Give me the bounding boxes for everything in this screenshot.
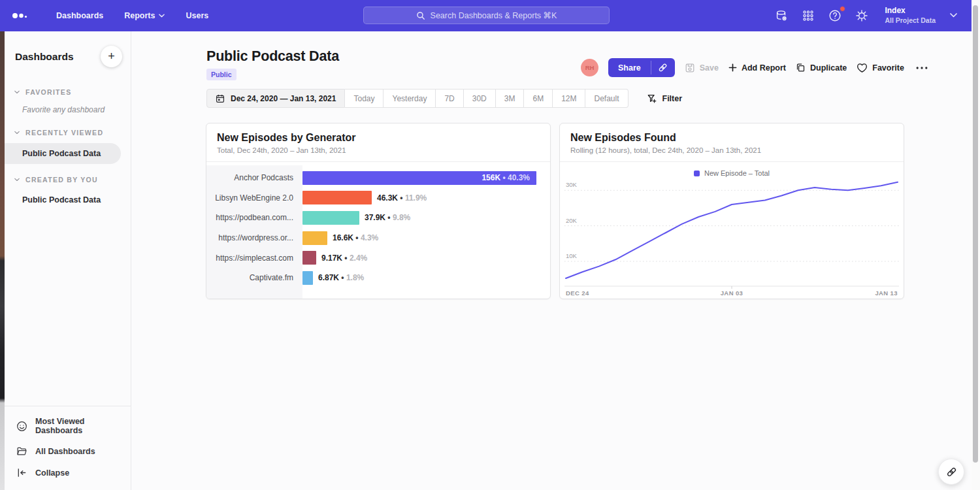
legend-label: New Episode – Total <box>704 169 770 177</box>
preset-12m[interactable]: 12M <box>553 89 585 108</box>
bar-row-captivate-fm: Captivate.fm6.87K • 1.8% <box>206 268 550 288</box>
sidebar-footer-all-dashboards[interactable]: All Dashboards <box>5 440 131 462</box>
legend-item[interactable]: New Episode – Total <box>560 169 904 177</box>
chevron-down-icon <box>14 178 20 182</box>
add-dashboard-button[interactable]: + <box>101 46 122 67</box>
public-badge: Public <box>206 69 237 80</box>
bar-value-label: 9.17K • 2.4% <box>321 253 367 263</box>
bar-segment[interactable] <box>302 191 372 204</box>
filter-funnel-icon <box>647 93 657 104</box>
date-range-label: Dec 24, 2020 — Jan 13, 2021 <box>231 94 336 103</box>
svg-text:30K: 30K <box>566 181 578 188</box>
project-name: Index <box>885 6 936 16</box>
preset-7d[interactable]: 7D <box>436 89 463 108</box>
bar-category-label: Anchor Podcasts <box>206 173 302 182</box>
bar-category-label: https://wordpress.or... <box>206 233 302 242</box>
save-button[interactable]: Save <box>685 63 719 73</box>
bar-row-https-wordpress-or: https://wordpress.or...16.6K • 4.3% <box>206 228 550 248</box>
bar-chart-card: New Episodes by Generator Total, Dec 24t… <box>206 123 551 299</box>
page-title: Public Podcast Data <box>206 48 339 65</box>
apps-grid-icon[interactable] <box>800 8 816 24</box>
bar-segment[interactable] <box>302 211 359 225</box>
chevron-down-icon <box>950 13 957 18</box>
data-source-icon[interactable] <box>774 8 789 24</box>
nav-item-users[interactable]: Users <box>175 0 219 31</box>
preset-today[interactable]: Today <box>345 89 384 108</box>
bar-value-label: 16.6K • 4.3% <box>333 233 378 242</box>
help-icon[interactable] <box>827 8 843 24</box>
bar-chart-rows: Anchor Podcasts156K • 40.3%Libsyn WebEng… <box>206 168 550 288</box>
line-chart-title: New Episodes Found <box>570 132 893 144</box>
floating-link-button[interactable] <box>938 459 964 485</box>
bar-segment[interactable]: 156K • 40.3% <box>302 171 536 185</box>
legend-swatch <box>694 171 700 176</box>
filter-button[interactable]: Filter <box>647 93 683 104</box>
favorite-button[interactable]: Favorite <box>857 63 904 73</box>
more-options-button[interactable] <box>914 64 930 72</box>
dashboards-sidebar: Dashboards + FAVORITESFavorite any dashb… <box>5 31 131 490</box>
nav-menu: DashboardsReportsUsers <box>46 0 219 31</box>
calendar-icon <box>216 94 225 103</box>
bar-row-anchor-podcasts: Anchor Podcasts156K • 40.3% <box>206 168 550 188</box>
sidebar-footer-most-viewed-dashboards[interactable]: Most Viewed Dashboards <box>5 412 131 440</box>
bar-chart-subtitle: Total, Dec 24th, 2020 – Jan 13th, 2021 <box>217 146 540 154</box>
add-report-button[interactable]: Add Report <box>728 63 786 73</box>
bar-segment[interactable] <box>302 271 313 285</box>
svg-text:JAN 13: JAN 13 <box>875 289 898 297</box>
bar-segment[interactable] <box>302 251 316 265</box>
link-icon <box>658 63 668 73</box>
scrollbar-thumb[interactable] <box>973 5 978 463</box>
preset-6m[interactable]: 6M <box>524 89 553 108</box>
bar-value-label: 6.87K • 1.8% <box>318 273 364 282</box>
line-chart-plot[interactable]: 10K20K30KDEC 24JAN 03JAN 13 <box>564 180 899 300</box>
search-icon <box>416 11 425 20</box>
preset-default[interactable]: Default <box>585 89 628 108</box>
sidebar-empty-state: Favorite any dashboard <box>5 101 131 122</box>
share-button-group: Share <box>608 58 675 77</box>
search-input[interactable]: Search Dashboards & Reports ⌘K <box>363 7 610 24</box>
top-navbar: DashboardsReportsUsers Search Dashboards… <box>0 0 972 31</box>
nav-item-reports[interactable]: Reports <box>114 0 175 31</box>
more-dots-icon <box>915 65 928 71</box>
bar-chart-title: New Episodes by Generator <box>217 132 540 144</box>
bar-category-label: Captivate.fm <box>206 273 302 282</box>
sidebar-title: Dashboards <box>15 51 74 63</box>
svg-text:DEC 24: DEC 24 <box>566 289 589 297</box>
app-logo-icon[interactable] <box>12 10 29 21</box>
share-button[interactable]: Share <box>608 58 651 77</box>
project-subtitle: All Project Data <box>885 16 936 25</box>
bar-value-label: 37.9K • 9.8% <box>365 213 410 222</box>
bar-value-label: 46.3K • 11.9% <box>377 193 427 203</box>
sidebar-item-public-podcast-data[interactable]: Public Podcast Data <box>5 190 131 210</box>
date-range-button[interactable]: Dec 24, 2020 — Jan 13, 2021 <box>206 89 345 108</box>
bar-segment[interactable] <box>302 231 327 245</box>
settings-gear-icon[interactable] <box>854 8 870 24</box>
sidebar-sections: FAVORITESFavorite any dashboardRECENTLY … <box>5 82 131 210</box>
header-actions: RH Share Save Add Report Duplicate Favor… <box>581 58 930 77</box>
sidebar-footer-collapse[interactable]: Collapse <box>5 462 131 483</box>
bar-row-https-simplecast-com: https://simplecast.com9.17K • 2.4% <box>206 248 550 268</box>
nav-item-dashboards[interactable]: Dashboards <box>46 0 114 31</box>
line-chart-subtitle: Rolling (12 hours), total, Dec 24th, 202… <box>570 146 893 154</box>
preset-3m[interactable]: 3M <box>496 89 525 108</box>
avatar[interactable]: RH <box>581 59 598 76</box>
heart-icon <box>857 63 868 73</box>
project-switcher[interactable]: Index All Project Data <box>885 6 957 25</box>
preset-yesterday[interactable]: Yesterday <box>384 89 436 108</box>
sidebar-section-created-by-you[interactable]: CREATED BY YOU <box>5 169 131 189</box>
bar-row-libsyn-webengine-2-0: Libsyn WebEngine 2.046.3K • 11.9% <box>206 188 550 208</box>
chevron-down-icon <box>159 14 165 18</box>
bar-row-https-podbean-com: https://podbean.com...37.9K • 9.8% <box>206 208 550 228</box>
line-chart-card: New Episodes Found Rolling (12 hours), t… <box>559 123 904 299</box>
sidebar-section-recently-viewed[interactable]: RECENTLY VIEWED <box>5 122 131 142</box>
svg-text:20K: 20K <box>566 217 578 224</box>
bar-category-label: https://podbean.com... <box>206 213 302 222</box>
preset-30d[interactable]: 30D <box>464 89 496 108</box>
sidebar-section-favorites[interactable]: FAVORITES <box>5 82 131 101</box>
duplicate-button[interactable]: Duplicate <box>796 63 847 73</box>
copy-link-button[interactable] <box>651 58 675 77</box>
sidebar-item-public-podcast-data[interactable]: Public Podcast Data <box>5 143 121 164</box>
svg-text:JAN 03: JAN 03 <box>721 289 743 297</box>
svg-text:10K: 10K <box>566 252 578 259</box>
chevron-down-icon <box>14 90 20 94</box>
